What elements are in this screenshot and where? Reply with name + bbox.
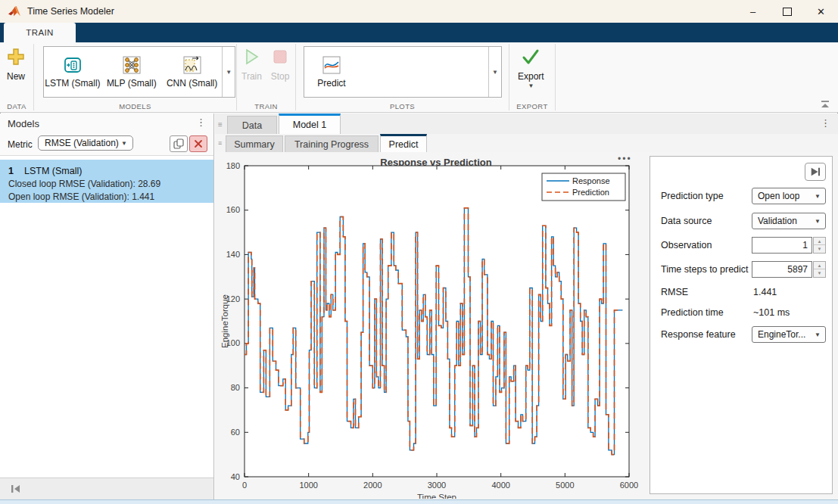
chevron-down-icon: ▼ <box>815 193 821 200</box>
document-tabs-menu-icon[interactable]: ⋮ <box>821 117 830 129</box>
plots-section-label: PLOTS <box>296 102 509 110</box>
x-tick-label: 4000 <box>491 481 509 490</box>
delete-model-button[interactable] <box>189 135 207 152</box>
ribbon-section-train: Train Stop TRAIN <box>237 42 295 112</box>
predict-tab-content: Response vs Prediction ••• 0100020003000… <box>215 152 838 499</box>
plots-gallery-dropdown-button[interactable]: ▼ <box>488 47 501 97</box>
tab-data[interactable]: Data <box>227 116 277 134</box>
stop-button[interactable]: Stop <box>270 47 290 82</box>
window-controls: – ✕ <box>736 0 838 23</box>
export-button[interactable]: Export ▼ <box>518 47 544 89</box>
tab-predict[interactable]: Predict <box>380 134 427 152</box>
y-tick-label: 160 <box>226 205 240 214</box>
ribbon-divider <box>555 44 556 110</box>
ribbon-section-data: New DATA <box>0 42 33 112</box>
prediction-type-dropdown[interactable]: Open loop ▼ <box>752 188 826 204</box>
chevron-down-icon: ▼ <box>492 69 498 76</box>
delete-x-icon <box>194 139 203 148</box>
chevron-down-icon: ▼ <box>815 218 821 225</box>
x-tick-label: 0 <box>242 481 247 490</box>
response-feature-dropdown[interactable]: EngineTor... ▼ <box>752 326 826 343</box>
models-panel-menu-icon[interactable]: ⋮ <box>196 117 206 128</box>
main-area: ≡ Data Model 1 ⋮ ≡ Summary Training Prog… <box>215 114 838 499</box>
observation-value[interactable]: 1 <box>752 237 812 254</box>
cnn-model-icon <box>182 55 202 75</box>
close-button[interactable]: ✕ <box>804 0 838 23</box>
x-axis-label: Time Step <box>417 493 456 499</box>
duplicate-icon <box>173 138 185 150</box>
minimize-button[interactable]: – <box>736 0 770 23</box>
ribbon-section-export: Export ▼ EXPORT <box>509 42 555 112</box>
x-tick-label: 5000 <box>556 481 574 490</box>
time-steps-label: Time steps to predict <box>661 264 749 275</box>
duplicate-model-button[interactable] <box>170 135 188 152</box>
models-panel-toolbar: Metric RMSE (Validation) ▼ <box>0 133 213 156</box>
tab-training-progress[interactable]: Training Progress <box>285 135 379 152</box>
export-check-icon <box>521 47 540 67</box>
gripper-icon[interactable]: ≡ <box>218 120 223 128</box>
train-label: Train <box>241 71 262 82</box>
maximize-icon <box>783 8 792 16</box>
metric-label: Metric <box>8 139 33 150</box>
model-closed-loop-rmse: Closed loop RMSE (Validation): 28.69 <box>8 178 205 191</box>
ribbon-section-models: LSTM (Small) MLP (Small) <box>34 42 236 112</box>
settings-row-observation: Observation 1 ▲ ▼ <box>650 237 832 255</box>
settings-row-prediction-time: Prediction time ~101 ms <box>650 304 832 322</box>
ribbon-tab-train[interactable]: TRAIN <box>4 23 76 42</box>
chevron-down-icon: ▼ <box>528 82 534 89</box>
spinner-arrows: ▲ ▼ <box>813 261 826 278</box>
time-steps-spinner[interactable]: 5897 ▲ ▼ <box>752 261 826 278</box>
collapse-ribbon-button[interactable] <box>820 100 830 109</box>
export-label: Export <box>518 71 544 82</box>
tab-summary[interactable]: Summary <box>226 135 283 152</box>
window-bottom-edge <box>0 499 838 504</box>
model-lstm-small-button[interactable]: LSTM (Small) <box>44 47 101 97</box>
models-gallery-dropdown-button[interactable]: ▼ <box>222 47 235 97</box>
predict-to-end-button[interactable] <box>805 163 826 181</box>
settings-row-response-feature: Response feature EngineTor... ▼ <box>650 326 832 344</box>
mlp-model-icon <box>122 55 142 75</box>
chevron-down-icon: ▼ <box>226 69 232 76</box>
models-section-label: MODELS <box>34 102 236 110</box>
time-steps-value[interactable]: 5897 <box>752 261 812 278</box>
predict-plot-button[interactable]: Predict <box>304 47 359 97</box>
train-section-label: TRAIN <box>237 102 295 110</box>
model-mlp-small-button[interactable]: MLP (Small) <box>101 47 162 97</box>
prediction-type-label: Prediction type <box>661 191 724 201</box>
x-tick-label: 1000 <box>299 481 317 490</box>
ribbon: New DATA LSTM (Small) <box>0 42 838 113</box>
sub-tab-row: ≡ Summary Training Progress Predict <box>215 134 838 153</box>
data-section-label: DATA <box>0 102 33 110</box>
settings-row-rmse: RMSE 1.441 <box>650 284 832 302</box>
ribbon-section-plots: Predict ▼ PLOTS <box>296 42 509 112</box>
metric-dropdown[interactable]: RMSE (Validation) ▼ <box>38 135 133 151</box>
collapse-panel-icon[interactable] <box>9 482 23 496</box>
spinner-down-icon[interactable]: ▼ <box>814 269 825 277</box>
cnn-label: CNN (Small) <box>167 78 217 89</box>
new-button-label: New <box>7 71 25 82</box>
lstm-model-icon <box>63 55 83 75</box>
model-list-item-selected[interactable]: 1LSTM (Small) Closed loop RMSE (Validati… <box>0 160 213 203</box>
plot-area <box>245 166 629 477</box>
stop-square-icon <box>270 47 290 67</box>
data-source-dropdown[interactable]: Validation ▼ <box>752 213 826 229</box>
skip-to-end-icon <box>809 166 821 177</box>
y-tick-label: 80 <box>231 383 240 392</box>
models-panel-title: Models <box>8 118 39 129</box>
predict-plot-icon <box>322 55 341 75</box>
gripper-icon[interactable]: ≡ <box>218 139 222 147</box>
model-name: LSTM (Small) <box>24 166 82 176</box>
y-tick-label: 180 <box>226 163 240 170</box>
x-tick-label: 6000 <box>620 481 638 490</box>
response-vs-prediction-chart[interactable]: 0100020003000400050006000406080100120140… <box>221 163 651 499</box>
observation-spinner[interactable]: 1 ▲ ▼ <box>752 237 826 254</box>
model-cnn-small-button[interactable]: CNN (Small) <box>162 47 223 97</box>
spinner-down-icon[interactable]: ▼ <box>814 244 825 253</box>
tab-model-1[interactable]: Model 1 <box>279 114 341 134</box>
prediction-time-label: Prediction time <box>661 307 724 318</box>
prediction-time-value: ~101 ms <box>753 307 790 318</box>
mlp-label: MLP (Small) <box>107 78 157 89</box>
train-button[interactable]: Train <box>241 47 262 82</box>
new-session-button[interactable]: New <box>6 47 26 82</box>
maximize-button[interactable] <box>770 0 804 23</box>
